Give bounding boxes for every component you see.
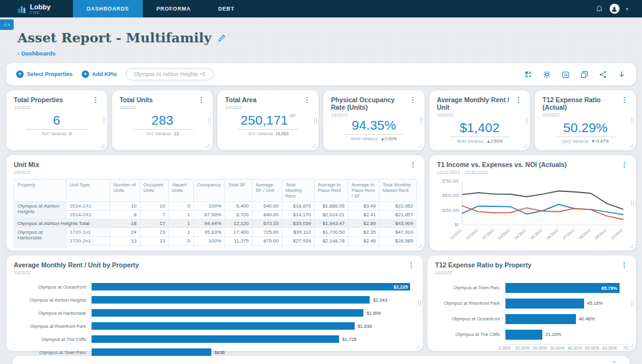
value-cell: 11,375 bbox=[225, 237, 252, 246]
user-avatar[interactable] bbox=[610, 4, 620, 14]
breadcrumb-back-link[interactable]: ‹ Dashboards bbox=[17, 50, 55, 57]
resize-handle[interactable] bbox=[418, 300, 421, 307]
resize-handle[interactable] bbox=[416, 142, 422, 148]
kebab-menu-icon[interactable]: ⋮ bbox=[619, 96, 630, 104]
kebab-menu-icon[interactable]: ⋮ bbox=[90, 96, 101, 104]
kpi-row: Total Properties 10/2022 ⋮ 6 YoY Varianc… bbox=[6, 90, 636, 150]
resize-handle[interactable] bbox=[420, 117, 423, 123]
bar[interactable] bbox=[505, 330, 542, 340]
calendar-12-icon[interactable]: 12 bbox=[562, 70, 570, 79]
kebab-menu-icon[interactable]: ⋮ bbox=[302, 96, 312, 104]
resize-handle[interactable] bbox=[310, 142, 316, 148]
resize-handle[interactable] bbox=[204, 142, 210, 148]
lobby-logo-icon bbox=[17, 4, 27, 14]
bar[interactable] bbox=[92, 322, 355, 330]
kpi-date: 10/2022 bbox=[120, 105, 153, 110]
column-header[interactable]: Average In Place Rent bbox=[315, 180, 348, 202]
column-header[interactable]: Total SF bbox=[225, 180, 252, 202]
resize-handle[interactable] bbox=[631, 200, 634, 206]
selected-properties-chip[interactable]: Olympus At Ashton Heights +5 bbox=[126, 68, 214, 80]
unit-mix-card: Unit Mix 10/2022 ⋮ PropertyUnit TypeNumb… bbox=[6, 155, 424, 251]
tab-proforma[interactable]: PROFORMA bbox=[143, 0, 204, 17]
kebab-menu-icon[interactable]: ⋮ bbox=[513, 96, 524, 104]
kpi-date: 10/2022 bbox=[331, 112, 408, 118]
svg-text:$500,000: $500,000 bbox=[442, 193, 459, 198]
table-row: 1720-2x113130100%11,375875.00$27,934$2,1… bbox=[14, 237, 417, 246]
kebab-menu-icon[interactable]: ⋮ bbox=[619, 261, 630, 269]
bar[interactable]: 65.79% bbox=[505, 283, 620, 293]
notifications-bell-icon[interactable] bbox=[595, 5, 603, 13]
kpi-variance: YoY Variance0 bbox=[6, 132, 107, 136]
value-cell: 23 bbox=[140, 228, 169, 237]
svg-text:06/2022: 06/2022 bbox=[545, 228, 559, 240]
bar[interactable] bbox=[92, 348, 211, 356]
kebab-menu-icon[interactable]: ⋮ bbox=[406, 261, 416, 269]
kebab-menu-icon[interactable]: ⋮ bbox=[196, 96, 206, 104]
category-label: Olympus at Riverfront Park bbox=[431, 300, 505, 306]
breadcrumb-label: Dashboards bbox=[21, 50, 55, 57]
value-cell: 7 bbox=[110, 246, 140, 249]
resize-handle[interactable] bbox=[416, 242, 422, 248]
tab-debt[interactable]: DEBT bbox=[204, 0, 248, 17]
column-header[interactable]: Number of Units bbox=[110, 180, 140, 202]
column-header[interactable]: Property bbox=[14, 180, 67, 202]
value-cell: $22,052 bbox=[380, 202, 417, 211]
settings-gear-icon[interactable] bbox=[543, 70, 551, 79]
user-menu-caret-icon[interactable]: ▾ bbox=[626, 6, 628, 12]
tab-dashboards[interactable]: DASHBOARDS bbox=[73, 0, 143, 17]
value-cell: $2,148.78 bbox=[315, 237, 348, 246]
resize-handle[interactable] bbox=[208, 117, 211, 123]
column-header[interactable]: Occupancy bbox=[194, 180, 225, 202]
value-cell: 100% bbox=[194, 202, 225, 211]
resize-handle[interactable] bbox=[99, 142, 105, 148]
value-cell: $20,265 bbox=[380, 246, 417, 249]
bar-row: Olympus at Riverfront Park45.16% bbox=[431, 297, 627, 309]
bar[interactable]: $2,225 bbox=[92, 283, 410, 290]
table-header: PropertyUnit TypeNumber of UnitsOccupied… bbox=[14, 180, 417, 202]
property-cell: Olympus at Ashton Heights bbox=[14, 202, 67, 219]
unit-mix-table-container[interactable]: PropertyUnit TypeNumber of UnitsOccupied… bbox=[14, 179, 417, 248]
kebab-menu-icon[interactable]: ⋮ bbox=[619, 161, 630, 169]
column-header[interactable]: Occupied Units bbox=[140, 180, 169, 202]
resize-handle[interactable] bbox=[314, 117, 317, 123]
bar-value-label: 21.20% bbox=[545, 332, 561, 337]
column-header[interactable]: Unit Type bbox=[67, 180, 110, 202]
kpi-card-expense-ratio: T12 Expense Ratio (Actual) 10/2022 ⋮ 50.… bbox=[535, 90, 636, 150]
bar[interactable] bbox=[92, 296, 370, 304]
category-label: Olympus at Ashton Heights bbox=[10, 297, 91, 303]
copy-icon[interactable] bbox=[580, 70, 588, 79]
kebab-menu-icon[interactable]: ⋮ bbox=[408, 161, 418, 169]
column-header[interactable]: Average SF / Unit bbox=[252, 180, 282, 202]
x-tick-label: 0.00% bbox=[499, 346, 510, 350]
share-icon[interactable] bbox=[599, 70, 607, 79]
layout-icon[interactable] bbox=[524, 70, 532, 79]
edit-title-pencil-icon[interactable] bbox=[218, 34, 226, 42]
kebab-menu-icon[interactable]: ⋮ bbox=[609, 360, 620, 364]
resize-handle[interactable] bbox=[631, 117, 634, 123]
resize-handle[interactable] bbox=[525, 117, 528, 123]
svg-text:09/2022: 09/2022 bbox=[594, 228, 608, 240]
bar[interactable] bbox=[92, 335, 339, 343]
kebab-menu-icon[interactable]: ⋮ bbox=[408, 96, 418, 104]
rent-chart-title: Average Monthly Rent / Unit by Property bbox=[14, 261, 139, 269]
select-properties-button[interactable]: + Select Properties bbox=[16, 70, 73, 78]
bar[interactable] bbox=[505, 299, 584, 309]
column-header[interactable]: Total Monthly Rent bbox=[282, 180, 315, 202]
home-breadcrumb-chip[interactable]: ⌂› bbox=[0, 19, 14, 30]
resize-handle[interactable] bbox=[103, 117, 105, 123]
download-icon[interactable] bbox=[618, 70, 626, 79]
column-header[interactable]: Vacant Units bbox=[169, 180, 194, 202]
next-widget-card: ⋮ bbox=[12, 356, 630, 364]
add-kpis-button[interactable]: + Add KPIs bbox=[82, 70, 117, 78]
resize-handle[interactable] bbox=[631, 300, 634, 307]
value-cell: 87.50% bbox=[194, 211, 225, 219]
svg-text:04/2022: 04/2022 bbox=[514, 228, 527, 240]
total-label: Olympus at Ashton Heights Total bbox=[14, 219, 110, 228]
resize-handle[interactable] bbox=[414, 343, 420, 348]
bar[interactable] bbox=[92, 309, 363, 317]
brand-sub: CRE bbox=[30, 11, 50, 14]
column-header[interactable]: Total Monthly Market Rent bbox=[380, 180, 417, 202]
bar[interactable] bbox=[505, 314, 576, 324]
column-header[interactable]: Average In Place Rent / SF bbox=[348, 180, 380, 202]
brand-logo[interactable]: Lobby CRE bbox=[0, 0, 62, 17]
